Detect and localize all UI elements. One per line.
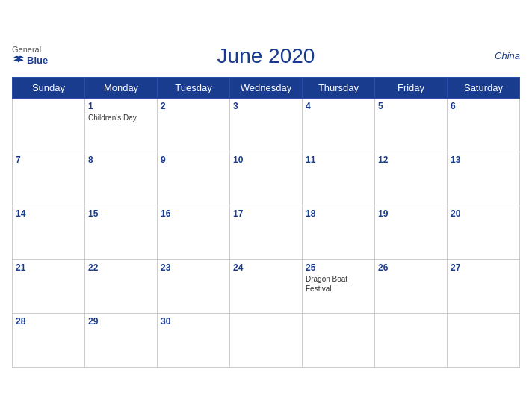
week-row-1: 78910111213 — [13, 152, 520, 206]
day-cell: 4 — [303, 98, 375, 152]
day-number: 18 — [306, 208, 371, 219]
day-cell: 25Dragon Boat Festival — [303, 259, 375, 313]
header-friday: Friday — [375, 77, 448, 98]
calendar-table: Sunday Monday Tuesday Wednesday Thursday… — [12, 77, 520, 368]
day-number: 8 — [88, 155, 154, 165]
day-number: 4 — [306, 101, 371, 111]
day-number: 30 — [161, 316, 226, 327]
day-number: 15 — [88, 208, 154, 219]
day-number: 21 — [16, 262, 81, 273]
day-number: 3 — [233, 101, 299, 111]
day-number: 22 — [88, 262, 154, 273]
calendar-header: General Blue June 2020 China — [12, 40, 520, 72]
day-number: 14 — [16, 208, 81, 219]
logo: General Blue — [12, 45, 48, 67]
day-cell: 12 — [375, 152, 448, 206]
day-number: 10 — [233, 155, 299, 165]
weekday-header-row: Sunday Monday Tuesday Wednesday Thursday… — [13, 77, 520, 98]
header-sunday: Sunday — [13, 77, 85, 98]
day-cell: 27 — [448, 259, 520, 313]
day-cell: 29 — [85, 313, 158, 367]
day-cell: 3 — [230, 98, 303, 152]
header-wednesday: Wednesday — [230, 77, 303, 98]
day-cell: 24 — [230, 259, 303, 313]
day-cell: 20 — [448, 206, 520, 259]
day-number: 6 — [451, 101, 516, 111]
day-cell — [375, 313, 448, 367]
day-number: 20 — [451, 208, 516, 219]
day-cell: 2 — [158, 98, 230, 152]
day-cell: 16 — [158, 206, 230, 259]
logo-bird-icon — [12, 55, 25, 66]
day-cell: 23 — [158, 259, 230, 313]
header-saturday: Saturday — [448, 77, 520, 98]
logo-blue-text: Blue — [12, 55, 48, 67]
day-number: 26 — [378, 262, 444, 273]
day-cell: 8 — [85, 152, 158, 206]
day-number: 2 — [161, 101, 226, 111]
day-cell: 6 — [448, 98, 520, 152]
day-number: 17 — [233, 208, 299, 219]
day-cell: 21 — [13, 259, 85, 313]
day-cell: 26 — [375, 259, 448, 313]
day-number: 11 — [306, 155, 371, 165]
day-cell: 10 — [230, 152, 303, 206]
day-cell: 7 — [13, 152, 85, 206]
day-cell: 30 — [158, 313, 230, 367]
day-number: 29 — [88, 316, 154, 327]
day-cell: 28 — [13, 313, 85, 367]
day-number: 9 — [161, 155, 226, 165]
day-cell: 5 — [375, 98, 448, 152]
day-cell — [230, 313, 303, 367]
day-number: 19 — [378, 208, 444, 219]
week-row-4: 282930 — [13, 313, 520, 367]
header-thursday: Thursday — [303, 77, 375, 98]
holiday-name: Dragon Boat Festival — [306, 274, 371, 294]
holiday-name: Children's Day — [88, 113, 154, 123]
day-number: 27 — [451, 262, 516, 273]
logo-general-text: General — [12, 45, 41, 55]
day-number: 5 — [378, 101, 444, 111]
day-cell: 9 — [158, 152, 230, 206]
header-monday: Monday — [85, 77, 158, 98]
day-cell: 22 — [85, 259, 158, 313]
day-cell — [303, 313, 375, 367]
day-number: 23 — [161, 262, 226, 273]
header-tuesday: Tuesday — [158, 77, 230, 98]
calendar-title: June 2020 — [217, 44, 315, 68]
day-cell: 11 — [303, 152, 375, 206]
day-cell: 13 — [448, 152, 520, 206]
day-number: 12 — [378, 155, 444, 165]
country-label: China — [495, 50, 520, 61]
day-cell: 18 — [303, 206, 375, 259]
day-number: 1 — [88, 101, 154, 111]
day-cell: 1Children's Day — [85, 98, 158, 152]
week-row-3: 2122232425Dragon Boat Festival2627 — [13, 259, 520, 313]
day-cell: 17 — [230, 206, 303, 259]
calendar-container: General Blue June 2020 China Sunday Mond… — [0, 32, 532, 380]
day-cell — [13, 98, 85, 152]
day-cell: 19 — [375, 206, 448, 259]
day-number: 13 — [451, 155, 516, 165]
day-number: 24 — [233, 262, 299, 273]
day-number: 7 — [16, 155, 81, 165]
day-cell: 14 — [13, 206, 85, 259]
day-cell: 15 — [85, 206, 158, 259]
day-number: 25 — [306, 262, 371, 273]
day-cell — [448, 313, 520, 367]
day-number: 16 — [161, 208, 226, 219]
week-row-0: 1Children's Day23456 — [13, 98, 520, 152]
week-row-2: 14151617181920 — [13, 206, 520, 259]
day-number: 28 — [16, 316, 81, 327]
